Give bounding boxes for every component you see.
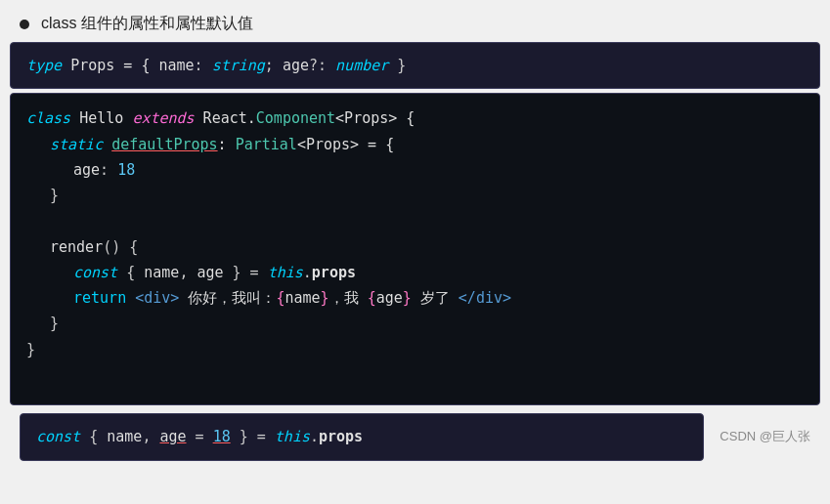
code-line-10: }: [26, 337, 804, 362]
code-line-9: }: [26, 311, 804, 336]
code-line-8: return <div> 你好，我叫：{name}，我 {age} 岁了 </d…: [26, 285, 804, 311]
main-code-block: class Hello extends React.Component<Prop…: [10, 93, 820, 405]
bullet-text: class 组件的属性和属性默认值: [41, 14, 253, 34]
code-line-1: class Hello extends React.Component<Prop…: [26, 105, 804, 131]
code-line-6: render() {: [26, 234, 804, 260]
bottom-code-line: const { name, age = 18 } = this.props: [36, 424, 363, 449]
watermark-text: CSDN @巨人张: [720, 429, 810, 443]
code-line-3: age: 18: [26, 157, 804, 183]
bullet-line: class 组件的属性和属性默认值: [0, 8, 830, 42]
bullet-dot: [20, 20, 29, 29]
bottom-row: const { name, age = 18 } = this.props CS…: [0, 409, 830, 464]
csdn-watermark: CSDN @巨人张: [720, 428, 810, 445]
top-code-line: type Props = { name: string; age?: numbe…: [26, 53, 804, 78]
code-line-2: static defaultProps: Partial<Props> = {: [26, 132, 804, 157]
top-code-block: type Props = { name: string; age?: numbe…: [10, 42, 820, 89]
code-line-4: }: [26, 183, 804, 208]
code-line-5: [26, 208, 804, 233]
code-line-7: const { name, age } = this.props: [26, 260, 804, 285]
bottom-code-block: const { name, age = 18 } = this.props: [20, 413, 704, 460]
